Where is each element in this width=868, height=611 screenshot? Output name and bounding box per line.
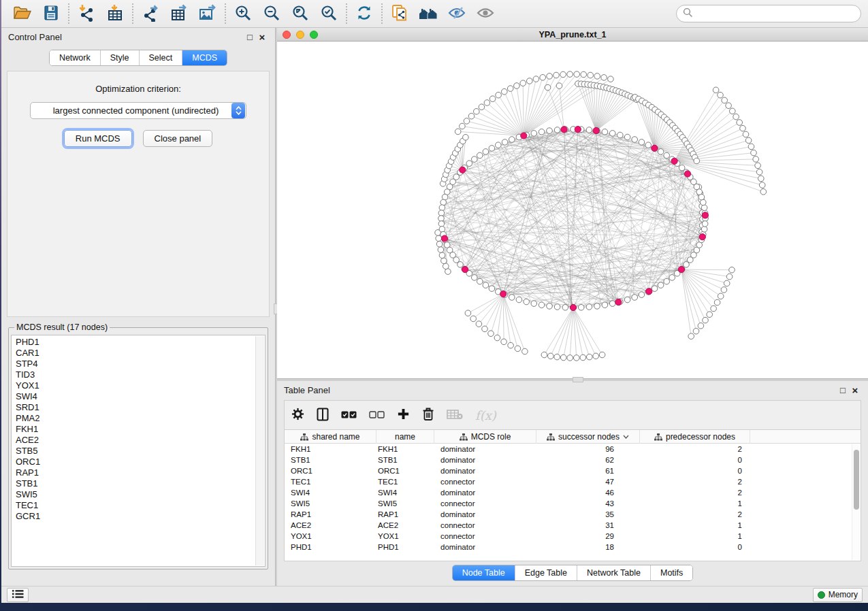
- cell-shared-name: PHD1: [285, 543, 376, 551]
- mcds-result-item[interactable]: TID3: [16, 369, 265, 380]
- table-row[interactable]: SWI4 SWI4 dominator 46 2: [285, 487, 861, 498]
- close-panel-button[interactable]: Close panel: [143, 130, 213, 147]
- network-canvas[interactable]: [277, 42, 868, 378]
- result-list-scrollbar[interactable]: [255, 336, 264, 565]
- float-panel-icon[interactable]: □: [837, 386, 849, 395]
- column-header-label: successor nodes: [558, 432, 620, 442]
- import-network-icon: [78, 4, 95, 24]
- column-header[interactable]: MCDS role: [434, 430, 536, 444]
- select-all-button[interactable]: [341, 410, 357, 420]
- minimize-window-icon[interactable]: [296, 31, 304, 39]
- control-panel-tab[interactable]: MCDS: [182, 50, 227, 65]
- table-row[interactable]: SWI5 SWI5 connector 43 1: [285, 498, 861, 509]
- cell-shared-name: ACE2: [285, 521, 376, 529]
- close-panel-icon[interactable]: ×: [849, 385, 861, 395]
- deselect-all-button[interactable]: [369, 410, 385, 420]
- mcds-result-item[interactable]: FKH1: [16, 424, 265, 435]
- mcds-result-list[interactable]: PHD1CAR1STP4TID3YOX1SWI4SRD1PMA2FKH1ACE2…: [11, 335, 266, 567]
- mcds-result-item[interactable]: SRD1: [16, 402, 265, 413]
- column-header[interactable]: shared name: [285, 430, 376, 444]
- table-tab[interactable]: Motifs: [651, 565, 692, 580]
- delete-column-button[interactable]: [422, 407, 434, 423]
- export-image-button[interactable]: [193, 2, 222, 25]
- control-panel-tab[interactable]: Style: [101, 50, 140, 65]
- memory-button[interactable]: Memory: [813, 588, 863, 602]
- cell-predecessor-nodes: 0: [640, 467, 750, 475]
- mcds-result-item[interactable]: ACE2: [16, 435, 265, 446]
- mcds-result-item[interactable]: CAR1: [16, 348, 265, 359]
- table-tab[interactable]: Network Table: [577, 565, 651, 580]
- table-settings-button[interactable]: [291, 408, 304, 423]
- mcds-result-item[interactable]: RAP1: [16, 467, 265, 478]
- table-row[interactable]: TEC1 TEC1 connector 47 2: [285, 476, 861, 487]
- table-row[interactable]: STB1 STB1 dominator 62 0: [285, 455, 861, 465]
- hide-selected-button[interactable]: [443, 2, 471, 25]
- import-network-button[interactable]: [72, 2, 101, 25]
- import-table-button[interactable]: [101, 2, 129, 25]
- mcds-result-item[interactable]: YOX1: [16, 380, 265, 391]
- export-table-button[interactable]: [165, 2, 193, 25]
- cell-name: RAP1: [376, 510, 434, 518]
- column-header-label: predecessor nodes: [666, 432, 735, 442]
- mcds-result-item[interactable]: TEC1: [16, 500, 265, 511]
- delete-table-button[interactable]: [447, 409, 463, 422]
- sort-chevron-icon: [623, 435, 629, 439]
- float-panel-icon[interactable]: □: [244, 33, 256, 42]
- mcds-result-item[interactable]: SWI5: [16, 489, 265, 500]
- column-header[interactable]: predecessor nodes: [640, 430, 750, 444]
- mcds-result-item[interactable]: STB5: [16, 446, 265, 457]
- control-panel-tab[interactable]: Select: [140, 50, 183, 65]
- mcds-result-item[interactable]: GCR1: [16, 511, 265, 522]
- table-row[interactable]: ACE2 ACE2 connector 31 1: [285, 520, 861, 531]
- table-row[interactable]: FKH1 FKH1 dominator 96 2: [285, 444, 861, 455]
- close-panel-icon[interactable]: ×: [256, 32, 268, 42]
- cell-name: ACE2: [376, 521, 434, 529]
- open-file-button[interactable]: [8, 2, 37, 25]
- maximize-window-icon[interactable]: [310, 31, 318, 39]
- task-history-button[interactable]: [7, 588, 29, 602]
- table-row[interactable]: PHD1 PHD1 dominator 18 0: [285, 542, 861, 552]
- show-all-button[interactable]: [471, 2, 500, 25]
- mcds-result-item[interactable]: PMA2: [16, 413, 265, 424]
- zoom-out-button[interactable]: [257, 2, 286, 25]
- clone-network-button[interactable]: [385, 2, 414, 25]
- export-network-button[interactable]: [136, 2, 165, 25]
- run-mcds-button[interactable]: Run MCDS: [64, 130, 132, 147]
- home-layout-button[interactable]: [414, 2, 443, 25]
- mcds-result-item[interactable]: STB1: [16, 478, 265, 489]
- memory-status-icon: [818, 591, 825, 599]
- control-panel-tab[interactable]: Network: [50, 50, 101, 65]
- table-tab[interactable]: Node Table: [453, 565, 515, 580]
- show-columns-button[interactable]: [317, 408, 329, 423]
- add-column-button[interactable]: [397, 408, 410, 423]
- table-row[interactable]: YOX1 YOX1 connector 29 1: [285, 531, 861, 542]
- mcds-result-item[interactable]: PHD1: [16, 337, 265, 348]
- cell-shared-name: SWI4: [285, 489, 376, 497]
- refresh-layout-button[interactable]: [350, 2, 379, 25]
- column-header[interactable]: name: [376, 430, 434, 444]
- optimization-criterion-select[interactable]: largest connected component (undirected): [30, 102, 246, 119]
- cell-shared-name: YOX1: [285, 532, 376, 540]
- table-row[interactable]: ORC1 ORC1 dominator 61 0: [285, 465, 861, 476]
- mcds-result-item[interactable]: STP4: [16, 359, 265, 369]
- close-window-icon[interactable]: [283, 31, 291, 39]
- column-header[interactable]: successor nodes: [536, 430, 640, 444]
- zoom-fit-button[interactable]: [286, 2, 315, 25]
- table-scrollbar[interactable]: [852, 444, 860, 560]
- cell-mcds-role: dominator: [434, 489, 536, 497]
- network-graph[interactable]: [277, 42, 868, 379]
- cell-successor-nodes: 18: [536, 543, 640, 551]
- search-input[interactable]: [693, 9, 854, 18]
- table-row[interactable]: RAP1 RAP1 dominator 35 2: [285, 509, 861, 520]
- function-builder-button[interactable]: f(x): [475, 408, 496, 423]
- scrollbar-thumb[interactable]: [854, 450, 859, 510]
- mcds-result-item[interactable]: SWI4: [16, 391, 265, 402]
- mcds-result-item[interactable]: ORC1: [16, 457, 265, 467]
- save-session-button[interactable]: [37, 2, 65, 25]
- horizontal-splitter[interactable]: [277, 379, 868, 381]
- zoom-out-icon: [263, 4, 280, 24]
- zoom-in-button[interactable]: [229, 2, 257, 25]
- zoom-selected-button[interactable]: [315, 2, 343, 25]
- table-tab[interactable]: Edge Table: [515, 565, 577, 580]
- splitter-grip[interactable]: [573, 377, 583, 382]
